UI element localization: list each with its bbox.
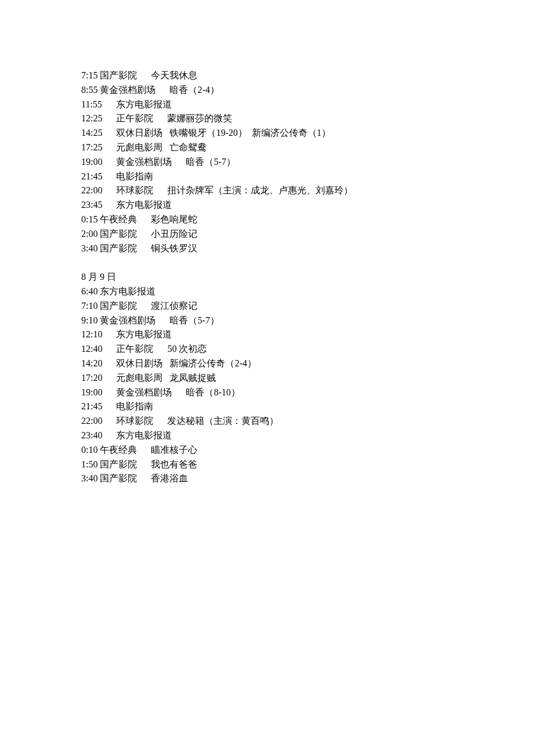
- schedule-row: 1:50 国产影院 我也有爸爸: [81, 458, 453, 472]
- schedule-row: 3:40 国产影院 香港浴血: [81, 471, 453, 486]
- schedule-row: 11:55 东方电影报道: [81, 98, 453, 112]
- schedule-row: 12:10 东方电影报道: [81, 327, 453, 342]
- schedule-row: 17:25 元彪电影周 亡命鸳鸯: [81, 141, 453, 155]
- schedule-row: 22:00 环球影院 发达秘籍（主演：黄百鸣）: [81, 414, 453, 429]
- schedule-row: 7:10 国产影院 渡江侦察记: [81, 299, 453, 314]
- schedule-row: 22:00 环球影院 扭计杂牌军（主演：成龙、卢惠光、刘嘉玲）: [81, 183, 453, 198]
- schedule-row: 21:45 电影指南: [81, 170, 453, 184]
- schedule-row: 8:55 黄金强档剧场 暗香（2-4）: [81, 83, 453, 98]
- day1-block: 7:15 国产影院 今天我休息 8:55 黄金强档剧场 暗香（2-4） 11:5…: [81, 69, 453, 255]
- schedule-row: 6:40 东方电影报道: [81, 285, 453, 299]
- schedule-row: 0:15 午夜经典 彩色响尾蛇: [81, 213, 453, 227]
- page-content: 7:15 国产影院 今天我休息 8:55 黄金强档剧场 暗香（2-4） 11:5…: [0, 0, 534, 486]
- date-header: 8 月 9 日: [81, 270, 453, 285]
- schedule-row: 3:40 国产影院 铜头铁罗汉: [81, 242, 453, 256]
- schedule-row: 14:20 双休日剧场 新编济公传奇（2-4）: [81, 357, 453, 371]
- schedule-row: 17:20 元彪电影周 龙凤贼捉贼: [81, 371, 453, 386]
- schedule-row: 23:40 东方电影报道: [81, 429, 453, 443]
- schedule-row: 14:25 双休日剧场 铁嘴银牙（19-20） 新编济公传奇（1）: [81, 126, 453, 141]
- schedule-row: 12:40 正午影院 50 次初恋: [81, 342, 453, 357]
- schedule-row: 9:10 黄金强档剧场 暗香（5-7）: [81, 314, 453, 328]
- day2-block: 8 月 9 日 6:40 东方电影报道 7:10 国产影院 渡江侦察记 9:10…: [81, 270, 453, 486]
- schedule-row: 19:00 黄金强档剧场 暗香（8-10）: [81, 386, 453, 400]
- schedule-row: 0:10 午夜经典 瞄准核子心: [81, 443, 453, 458]
- schedule-row: 21:45 电影指南: [81, 399, 453, 414]
- schedule-row: 19:00 黄金强档剧场 暗香（5-7）: [81, 155, 453, 170]
- schedule-row: 12:25 正午影院 蒙娜丽莎的微笑: [81, 111, 453, 126]
- schedule-row: 7:15 国产影院 今天我休息: [81, 69, 453, 83]
- schedule-row: 2:00 国产影院 小丑历险记: [81, 227, 453, 242]
- blank-line: [81, 255, 453, 270]
- schedule-row: 23:45 东方电影报道: [81, 198, 453, 213]
